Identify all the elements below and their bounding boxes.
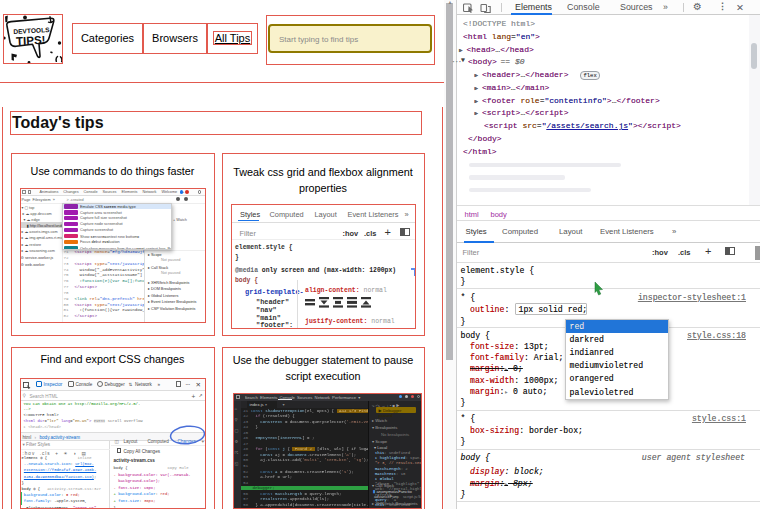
svg-text:TIPS!: TIPS!: [16, 34, 46, 48]
